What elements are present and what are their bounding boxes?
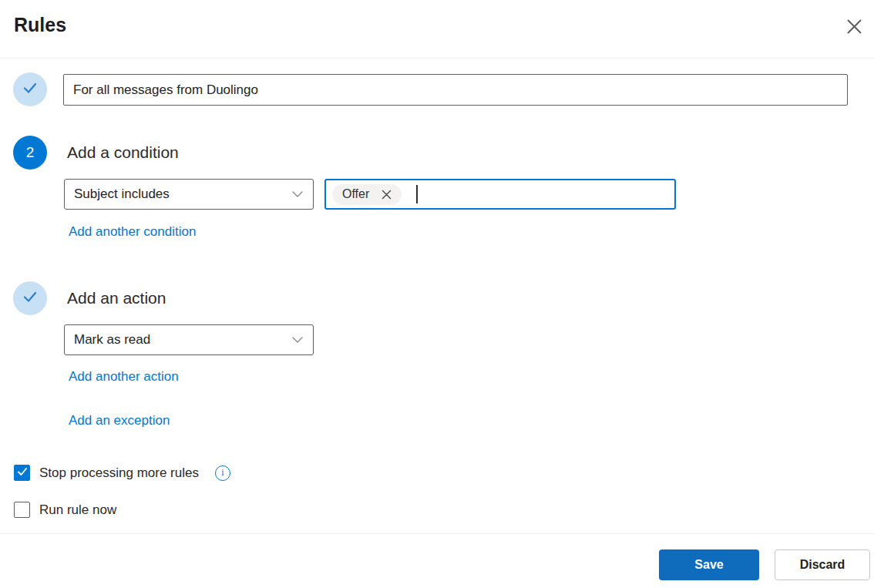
close-icon [845,18,863,39]
rule-name-value: For all messages from Duolingo [73,82,258,98]
remove-tag-icon[interactable] [382,190,392,200]
action-selected-value: Mark as read [74,332,150,348]
close-button[interactable] [843,17,865,39]
text-cursor [416,185,418,203]
header-divider [0,58,874,59]
chevron-down-icon [291,188,304,200]
checkmark-icon [22,288,39,308]
dialog-title: Rules [14,14,66,36]
add-another-condition-link[interactable]: Add another condition [69,224,196,240]
run-rule-label: Run rule now [39,502,116,518]
condition-value-input[interactable]: Offer [324,179,676,210]
stop-processing-label: Stop processing more rules [39,465,199,481]
discard-button[interactable]: Discard [775,549,870,580]
add-exception-link[interactable]: Add an exception [69,413,170,428]
add-another-action-link[interactable]: Add another action [69,369,179,385]
step2-number-badge: 2 [13,136,47,170]
rule-name-input[interactable]: For all messages from Duolingo [63,74,848,106]
action-select[interactable]: Mark as read [64,324,314,355]
stop-processing-row: Stop processing more rules i [14,465,230,481]
run-rule-checkbox[interactable] [14,502,30,518]
checkmark-icon [17,466,28,480]
run-rule-row: Run rule now [14,502,116,518]
rules-dialog: Rules For all messages from Duolingo 2 A… [0,0,874,588]
checkmark-icon [22,79,39,99]
condition-tag: Offer [332,184,402,205]
condition-select[interactable]: Subject includes [64,179,314,210]
add-condition-heading: Add a condition [67,143,179,162]
condition-tag-label: Offer [342,187,369,201]
chevron-down-icon [291,334,304,346]
save-button[interactable]: Save [659,549,759,580]
condition-selected-value: Subject includes [74,186,170,202]
stop-processing-checkbox[interactable] [14,465,30,481]
step3-complete-badge [13,281,47,315]
info-icon[interactable]: i [215,465,230,481]
step2-number: 2 [26,144,35,161]
step1-complete-badge [13,72,47,106]
footer-divider [0,533,874,534]
add-action-heading: Add an action [67,289,166,307]
